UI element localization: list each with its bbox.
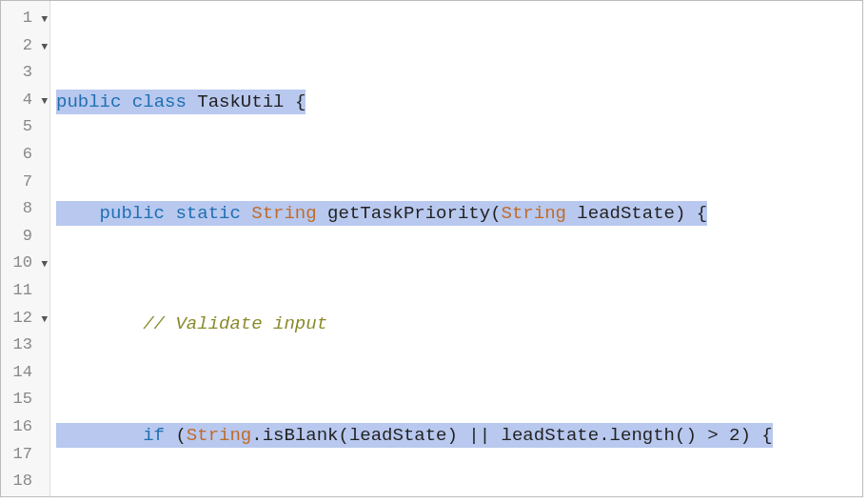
keyword: class <box>132 91 187 112</box>
line-number: 9 <box>23 223 46 251</box>
gutter-line: 5 <box>1 113 49 141</box>
type: String <box>187 425 251 446</box>
line-number: 17 <box>13 441 46 469</box>
fold-icon[interactable]: ▼ <box>41 88 48 115</box>
gutter-line: 12▼ <box>1 305 49 332</box>
identifier: leadState <box>349 425 447 446</box>
brace: { <box>295 91 306 112</box>
method: length <box>610 425 675 446</box>
code-area[interactable]: public class TaskUtil { public static St… <box>50 1 862 496</box>
gutter-line: 11 <box>1 277 49 305</box>
fold-icon[interactable]: ▼ <box>41 33 48 61</box>
fold-icon[interactable]: ▼ <box>41 6 48 33</box>
param: leadState <box>577 203 675 224</box>
gutter-line: 13 <box>1 332 49 359</box>
coverage-covered: public static String getTaskPriority(Str… <box>56 201 707 226</box>
line-number-gutter: 1▼ 2▼ 3 4▼ 5 6 7 8 9 10▼ 11 12▼ 13 14 15… <box>1 1 50 496</box>
gutter-line: 6 <box>1 141 49 169</box>
gutter-line: 1▼ <box>1 5 49 32</box>
gutter-line: 10▼ <box>1 250 49 277</box>
gutter-line: 3 <box>1 59 49 87</box>
gutter-line: 4▼ <box>1 87 49 114</box>
code-line[interactable]: if (String.isBlank(leadState) || leadSta… <box>56 422 862 450</box>
fold-icon[interactable]: ▼ <box>41 306 48 333</box>
gutter-line: 14 <box>1 359 49 387</box>
line-number: 13 <box>13 332 46 359</box>
identifier: leadState <box>502 425 600 446</box>
line-number: 8 <box>23 195 46 223</box>
gutter-line: 8 <box>1 195 49 223</box>
line-number: 16 <box>13 413 46 441</box>
line-number: 7 <box>23 169 46 196</box>
code-line[interactable]: public class TaskUtil { <box>56 89 862 116</box>
keyword: public <box>100 203 165 224</box>
coverage-covered: if (String.isBlank(leadState) || leadSta… <box>56 423 773 448</box>
type: String <box>251 203 316 224</box>
line-number: 3 <box>23 59 46 87</box>
code-line[interactable]: public static String getTaskPriority(Str… <box>56 200 862 228</box>
fold-icon[interactable]: ▼ <box>41 251 48 278</box>
class-name: TaskUtil <box>197 91 284 112</box>
comment: // Validate input <box>143 311 327 338</box>
line-number: 6 <box>23 141 46 169</box>
gutter-line: 18 <box>1 468 49 495</box>
line-number: 15 <box>13 386 46 413</box>
gutter-line: 2▼ <box>1 32 49 60</box>
type: String <box>502 203 566 224</box>
gutter-line: 17 <box>1 441 49 469</box>
coverage-covered: public class TaskUtil { <box>56 90 306 114</box>
gutter-line: 16 <box>1 413 49 441</box>
keyword: static <box>175 203 240 224</box>
keyword: public <box>56 91 121 112</box>
line-number: 5 <box>23 113 46 141</box>
method: isBlank <box>263 425 339 446</box>
line-number: 11 <box>13 277 46 305</box>
line-number: 18 <box>13 468 46 495</box>
gutter-line: 15 <box>1 386 49 413</box>
code-line[interactable]: // Validate input <box>56 311 862 338</box>
code-editor[interactable]: 1▼ 2▼ 3 4▼ 5 6 7 8 9 10▼ 11 12▼ 13 14 15… <box>0 0 863 497</box>
line-number: 14 <box>13 359 46 387</box>
method-name: getTaskPriority <box>327 203 490 224</box>
number: 2 <box>729 425 740 446</box>
gutter-line: 7 <box>1 169 49 196</box>
gutter-line: 9 <box>1 223 49 251</box>
keyword: if <box>143 425 165 446</box>
